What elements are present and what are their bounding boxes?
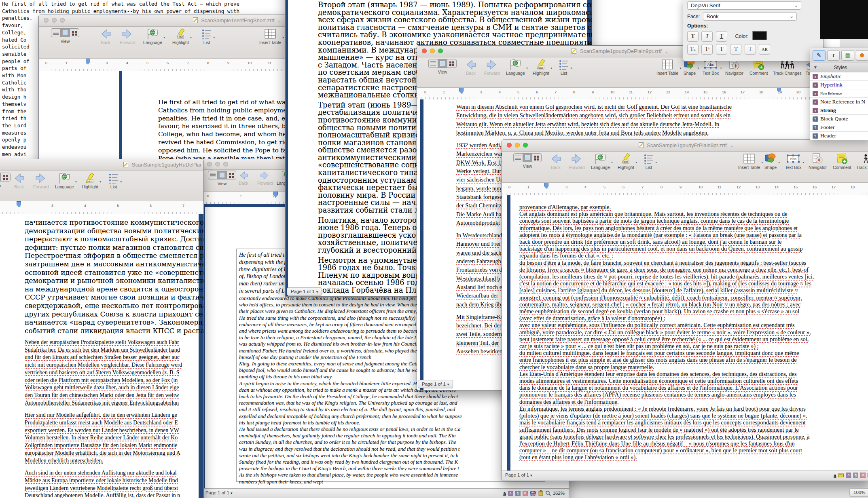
chevron-down-icon[interactable]: ⌄ [665, 49, 668, 54]
track-changes-button[interactable]: Track Changes [773, 59, 802, 76]
titlebar[interactable]: ScanSample1goudyFrPlain9pt.zrtf ⌄ [502, 140, 868, 152]
view-control[interactable]: View [51, 28, 79, 44]
track-changes-button[interactable]: Track Changes [856, 153, 868, 170]
color-swatch[interactable] [752, 31, 767, 40]
tab-table-icon[interactable]: ▦ [841, 50, 854, 61]
forward-button[interactable]: Forward [257, 171, 273, 186]
ruler-icon[interactable] [838, 473, 844, 478]
char-style-icon[interactable]: a [846, 473, 851, 478]
highlight-button[interactable]: ▾Highlight [172, 28, 189, 45]
list-button[interactable]: ▾List [108, 173, 119, 189]
italic-button[interactable]: T [701, 31, 713, 42]
face-select[interactable]: Book [703, 12, 797, 21]
language-button[interactable]: ▾Language [55, 173, 74, 189]
para-style-icon[interactable]: ¶ [853, 473, 858, 478]
zoom-magnifier-icon[interactable] [545, 490, 551, 496]
back-button[interactable]: Back [13, 173, 25, 189]
autocorrect-icon[interactable]: a [834, 473, 836, 478]
forward-button[interactable]: Forward [569, 153, 585, 170]
page-indicator[interactable]: Page 1 of 1▾ [287, 287, 322, 295]
list-button[interactable]: ▾List [201, 28, 212, 45]
char-style-icon[interactable]: a [508, 491, 513, 496]
autocorrect-icon[interactable]: a [503, 491, 506, 496]
navigator-button[interactable]: Navigator [809, 153, 827, 170]
close-button[interactable] [207, 162, 212, 167]
tab-shape-icon[interactable]: ⬟ [856, 50, 868, 61]
list-button[interactable]: ▾List [559, 59, 569, 76]
view-control[interactable]: View [428, 59, 457, 74]
navigator-button[interactable]: Navigator [725, 59, 743, 76]
insert-table-button[interactable]: ▾Insert Table [656, 59, 678, 76]
language-button[interactable]: ▾Language [143, 28, 162, 45]
highlight-button[interactable]: ▾Highlight [82, 173, 98, 189]
tab-text-icon[interactable]: T [827, 50, 840, 61]
view-control[interactable]: View [208, 171, 236, 186]
comment-button[interactable]: Comment [833, 153, 851, 170]
language-button[interactable]: ▾Language [506, 59, 525, 76]
strikethrough-button[interactable]: Ŧ [716, 44, 727, 55]
smallcaps-button[interactable]: AB [759, 44, 770, 55]
list-button[interactable]: ▾List [644, 153, 654, 170]
ruler[interactable]: 01234567891011121314151617181920 [417, 88, 823, 100]
chevron-down-icon[interactable]: ⌄ [730, 143, 733, 148]
page-indicator[interactable]: Page 1 of 1▾ [418, 380, 453, 388]
highlight-button[interactable]: ▾Highlight [533, 59, 549, 76]
back-button[interactable]: Back [465, 59, 477, 76]
insert-table-button[interactable]: ▾Insert Table [259, 28, 281, 45]
style-item-note-reference-in-note[interactable]: aNote Reference in N [810, 98, 868, 106]
language-button[interactable]: ▾Language [591, 153, 610, 170]
document-text[interactable]: provenance d'Allemagne, par exemple.Cet … [519, 204, 814, 461]
view-control[interactable]: View [513, 153, 542, 169]
grid-icon[interactable]: # [523, 491, 528, 496]
styles-header[interactable]: ▼ Styles [810, 63, 868, 72]
corner-zoom-widget[interactable]: 100% [849, 488, 868, 496]
font-family-select[interactable]: DejaVu Serif [687, 1, 801, 10]
style-item-block-quote[interactable]: ¶Block Quote [810, 115, 868, 123]
superscript-button[interactable]: Tˢ [701, 44, 713, 55]
ruler[interactable]: 012345678 [0, 201, 203, 215]
page-indicator[interactable]: Page 1 of 1 ▾ [205, 490, 233, 495]
clipboard-icon[interactable] [538, 490, 543, 496]
forward-button[interactable]: Forward [33, 173, 49, 189]
document-text[interactable]: начинается противостояние коммунистическ… [25, 218, 204, 335]
double-strikethrough-button[interactable]: Ŧ [730, 44, 741, 55]
para-style-icon[interactable]: ¶ [515, 491, 521, 496]
style-item-strong[interactable]: aStrong [810, 106, 868, 115]
document-text[interactable]: He first of all tried todispensing with … [239, 251, 290, 295]
ruler[interactable]: 012345678910111213141516171819 [502, 183, 868, 196]
minimize-button[interactable] [215, 162, 220, 167]
back-button[interactable]: Back [100, 28, 112, 45]
zoom-button[interactable] [223, 162, 228, 167]
shape-button[interactable]: ▾Shape [764, 153, 777, 170]
disclosure-triangle-icon[interactable]: ▼ [813, 63, 817, 72]
text-box-button[interactable]: ▾Text Box [785, 153, 801, 170]
grid-icon[interactable]: # [860, 473, 866, 478]
forward-button[interactable]: Forward [484, 59, 500, 76]
page-indicator[interactable]: Page 1 of 1 ▾ [505, 473, 532, 477]
view-control[interactable]: View [0, 173, 11, 188]
document-area[interactable]: начинается противостояние коммунистическ… [0, 214, 203, 498]
tab-pencil-icon[interactable]: ✎ [813, 50, 826, 61]
underline-button[interactable]: T [716, 31, 727, 42]
back-button[interactable]: Back [238, 171, 249, 186]
chevron-down-icon[interactable]: ⌄ [277, 18, 281, 23]
back-button[interactable]: Back [550, 153, 562, 170]
style-item-hyperlink[interactable]: aHyperlink [810, 81, 868, 89]
subscript-button[interactable]: Tₛ [687, 44, 699, 55]
document-text[interactable]: Neben der europäischen Produktpalette st… [25, 339, 182, 498]
shadow-button[interactable]: T [745, 44, 756, 55]
text-box-button[interactable]: ▾Text Box [703, 59, 719, 76]
insert-table-button[interactable]: ▾Insert Table [738, 153, 760, 170]
comment-button[interactable]: Comment [749, 59, 768, 76]
zoom-level[interactable]: 162% [553, 491, 565, 496]
document-area[interactable]: provenance d'Allemagne, par exemple.Cet … [502, 195, 868, 481]
highlight-button[interactable]: ▾Highlight [618, 153, 634, 170]
forward-button[interactable]: Forward [120, 28, 135, 45]
titlebar[interactable]: ScanSample1goudyRuDePlai [0, 159, 203, 171]
style-item-note-reference[interactable]: aNote Reference [810, 89, 868, 98]
shape-button[interactable]: ▾Shape [683, 59, 696, 76]
style-item-header[interactable]: ¶Header [810, 132, 868, 140]
style-item-footer[interactable]: ¶Footer [810, 123, 868, 132]
bold-button[interactable]: T [687, 31, 699, 42]
style-item-emphatic[interactable]: aEmphatic [810, 72, 868, 81]
